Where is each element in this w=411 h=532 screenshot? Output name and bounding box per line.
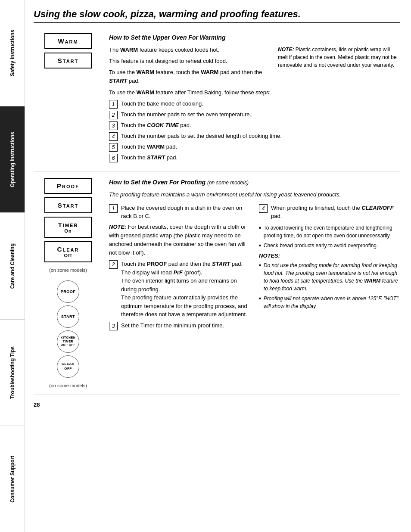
proofing-left-steps-2: 2 Touch the PROOF pad and then the START… xyxy=(109,260,250,330)
clear-off-label: Clear xyxy=(57,246,79,253)
sidebar-item-operating: Operating Instructions xyxy=(0,106,25,213)
proofing-heading: How to Set the Oven For Proofing (on som… xyxy=(109,178,400,187)
warming-section: Warm Start How to Set the Upper Oven For… xyxy=(34,27,400,171)
sidebar-label-safety: Safety Instructions xyxy=(9,30,16,76)
main-content: Using the slow cook, pizza, warming and … xyxy=(25,0,411,532)
proofing-step-4: 4 When proofing is finished, touch the C… xyxy=(259,204,400,221)
sidebar-item-troubleshooting: Troubleshooting Tips xyxy=(0,320,25,426)
warming-steps: 1Touch the bake mode of cooking. 2Touch … xyxy=(109,100,400,162)
start-button-warming: Start xyxy=(44,53,92,68)
start-button-proof-label: Start xyxy=(58,202,79,209)
sidebar: Safety Instructions Operating Instructio… xyxy=(0,0,25,532)
warming-intro-4: To use the WARM feature after Timed Baki… xyxy=(109,88,400,97)
proof-round-button: PROOF xyxy=(57,280,79,303)
step-num-2: 2 xyxy=(109,111,118,119)
proofing-heading-text: How to Set the Oven For Proofing xyxy=(109,179,206,186)
step-num-5: 5 xyxy=(109,143,118,152)
start-button-proof: Start xyxy=(44,197,92,213)
proofing-right-steps: 4 When proofing is finished, touch the C… xyxy=(259,204,400,221)
start-round-button: START xyxy=(57,305,79,328)
warming-step-3: 3Touch the COOK TIME pad. xyxy=(109,121,400,130)
timer-sub-label: On xyxy=(50,228,86,233)
warm-button-label: Warm xyxy=(58,37,78,45)
warming-step-2: 2Touch the number pads to set the oven t… xyxy=(109,110,400,119)
proofing-col-right: 4 When proofing is finished, touch the C… xyxy=(259,202,400,333)
warming-step-6: 6Touch the START pad. xyxy=(109,153,400,162)
proof-round-label: PROOF xyxy=(61,289,76,294)
proof-button: Proof xyxy=(44,178,92,194)
proof-step-num-2: 2 xyxy=(109,260,118,269)
proof-step-num-1: 1 xyxy=(109,204,118,213)
proofing-columns: 1 Place the covered dough in a dish in t… xyxy=(109,202,400,333)
warming-note: NOTE: Plastic containers, lids or plasti… xyxy=(278,46,400,69)
sidebar-label-consumer: Consumer Support xyxy=(9,456,16,503)
warming-heading: How to Set the Upper Oven For Warming xyxy=(109,33,400,42)
warming-step-1: 1Touch the bake mode of cooking. xyxy=(109,100,400,109)
step-num-3: 3 xyxy=(109,121,118,130)
timer-on-button: Timer On xyxy=(44,217,92,238)
proof-step-num-4: 4 xyxy=(259,204,268,213)
proofing-step-2: 2 Touch the PROOF pad and then the START… xyxy=(109,260,250,319)
proofing-subtitle: The proofing feature maintains a warm en… xyxy=(109,190,400,199)
warming-intro-3: To use the WARM feature, touch the WARM … xyxy=(109,68,400,85)
warming-step-5: 5Touch the WARM pad. xyxy=(109,143,400,152)
proof-step-num-3: 3 xyxy=(109,322,118,330)
sidebar-item-care: Care and Cleaning xyxy=(0,213,25,319)
proofing-notes-label: NOTES: xyxy=(259,252,400,260)
proof-bullet-2: Check bread products early to avoid over… xyxy=(259,242,400,249)
clear-off-round-label: CLEAROFF xyxy=(62,362,75,371)
proofing-step-3: 3 Set the Timer for the minimum proof ti… xyxy=(109,321,250,330)
on-some-models-2: (on some models) xyxy=(49,383,87,388)
proofing-note-text: NOTE: For best results, cover the dough … xyxy=(109,223,250,258)
step-num-4: 4 xyxy=(109,132,118,141)
proofing-notes-bullets: Do not use the proofing mode for warming… xyxy=(259,261,400,310)
warming-note-text: Plastic containers, lids or plastic wrap… xyxy=(278,47,396,68)
proofing-col-left: 1 Place the covered dough in a dish in t… xyxy=(109,202,250,333)
clear-sub-label: Off xyxy=(50,253,86,258)
proofing-left-steps: 1 Place the covered dough in a dish in t… xyxy=(109,204,250,221)
proofing-section: Proof Start Timer On Clear Off (on some … xyxy=(34,171,400,395)
step-num-6: 6 xyxy=(109,154,118,162)
page-number: 28 xyxy=(34,401,400,408)
clear-off-button: Clear Off xyxy=(44,241,92,262)
warming-step-4: 4Touch the number pads to set the desire… xyxy=(109,132,400,141)
warm-button: Warm xyxy=(44,33,92,49)
sidebar-label-operating: Operating Instructions xyxy=(9,132,16,187)
kitchen-timer-round-button: KITCHENTIMERON / OFF xyxy=(57,330,79,353)
sidebar-item-safety: Safety Instructions xyxy=(0,0,25,106)
proof-note-2: Proofing will not operate when oven is a… xyxy=(259,295,400,310)
timer-on-label: Timer xyxy=(58,221,78,228)
proofing-heading-note: (on some models) xyxy=(207,180,249,186)
start-button-warming-label: Start xyxy=(58,57,79,64)
clear-off-round-button: CLEAROFF xyxy=(57,355,79,378)
on-some-models-1: (on some models) xyxy=(49,268,87,273)
step-num-1: 1 xyxy=(109,100,118,109)
warming-left-panel: Warm Start xyxy=(34,33,109,165)
proof-bullet-1: To avoid lowering the oven temperature a… xyxy=(259,224,400,240)
proof-button-label: Proof xyxy=(57,182,79,190)
warming-right-content: How to Set the Upper Oven For Warming NO… xyxy=(109,33,400,165)
page-title: Using the slow cook, pizza, warming and … xyxy=(34,9,400,23)
warming-note-label: NOTE: xyxy=(278,47,294,53)
proofing-right-content: How to Set the Oven For Proofing (on som… xyxy=(109,178,400,388)
sidebar-label-troubleshooting: Troubleshooting Tips xyxy=(9,346,16,399)
start-round-label: START xyxy=(61,314,75,319)
kitchen-timer-round-label: KITCHENTIMERON / OFF xyxy=(61,336,76,347)
proofing-step-1: 1 Place the covered dough in a dish in t… xyxy=(109,204,250,221)
proof-note-1: Do not use the proofing mode for warming… xyxy=(259,261,400,292)
sidebar-item-consumer: Consumer Support xyxy=(0,426,25,532)
sidebar-label-care: Care and Cleaning xyxy=(9,243,16,289)
proofing-left-panel: Proof Start Timer On Clear Off (on some … xyxy=(34,178,109,388)
proofing-bullet-1: To avoid lowering the oven temperature a… xyxy=(259,224,400,249)
